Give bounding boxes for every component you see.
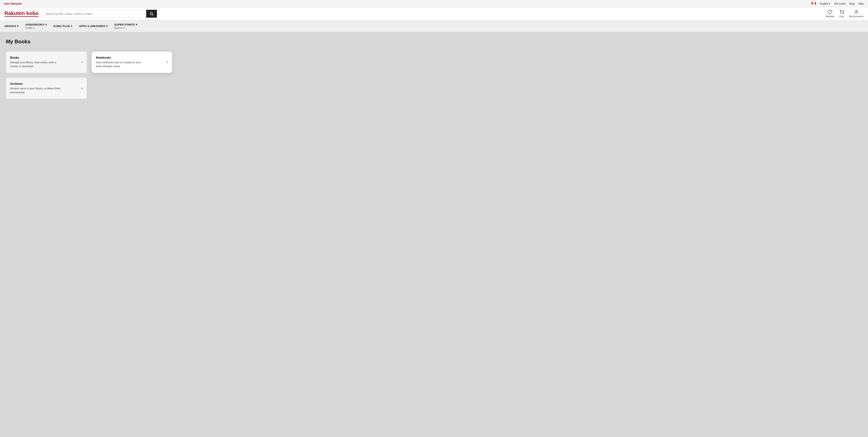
nav-koboplus-label: KOBO PLUS	[54, 24, 70, 28]
archives-card-desc: Restore items to your library, or delete…	[10, 87, 62, 94]
nav-apps-chevron: ▾	[106, 24, 108, 28]
account-chevron-icon: ▾	[862, 15, 864, 18]
nav-ebooks[interactable]: eBOOKS ▾	[4, 20, 22, 32]
books-card-desc: Manage your library, read online, write …	[10, 60, 62, 68]
cards-grid: Books Manage your library, read online, …	[6, 51, 173, 73]
svg-line-5	[152, 14, 153, 16]
earn-rewards-link[interactable]: Earn Rewards	[4, 2, 22, 5]
nav-superpoints[interactable]: SUPER POINTS ▾ Balance: 0	[111, 20, 141, 32]
nav-audiobooks-credits: Credits: 0	[25, 27, 35, 29]
notebooks-card-desc: View notebooks you've created on your Ko…	[96, 60, 148, 68]
nav-superpoints-balance: Balance: 0	[114, 27, 125, 29]
utility-bar-left: Earn Rewards	[4, 2, 22, 5]
archives-card-arrow	[82, 86, 83, 91]
search-icon	[150, 12, 154, 16]
cart-button[interactable]: Cart	[839, 10, 844, 18]
language-selector[interactable]: English ▾	[820, 2, 830, 5]
notebooks-card[interactable]: Notebooks View notebooks you've created …	[91, 51, 173, 73]
archives-card-text: Archives Restore items to your library, …	[10, 82, 62, 94]
logo-underline	[4, 16, 39, 17]
svg-rect-2	[815, 2, 816, 5]
nav-apps-label: APPS & eREADERS	[79, 24, 105, 28]
books-card-title: Books	[10, 56, 62, 59]
logo[interactable]: Rakuten kobo	[4, 11, 39, 17]
language-label: English	[820, 2, 828, 5]
notebooks-card-arrow	[167, 60, 168, 65]
header-actions: Wishlist Cart My Account ▾	[826, 10, 864, 18]
archives-card-title: Archives	[10, 82, 62, 86]
empty-cell	[91, 78, 173, 99]
logo-text: Rakuten kobo	[4, 11, 39, 16]
cart-icon	[839, 10, 844, 14]
cards-bottom: Archives Restore items to your library, …	[6, 78, 173, 99]
blog-link[interactable]: Blog	[849, 2, 855, 5]
gift-cards-link[interactable]: Gift Cards	[834, 2, 846, 5]
nav-ebooks-label: eBOOKS	[4, 24, 16, 28]
utility-bar-right: English ▾ Gift Cards Blog Help	[812, 2, 864, 5]
books-card-text: Books Manage your library, read online, …	[10, 56, 62, 68]
logo-rakuten: Rakuten	[4, 10, 26, 16]
svg-rect-0	[812, 2, 813, 5]
search-bar	[42, 10, 157, 18]
page-title: My Books	[6, 39, 862, 45]
canada-flag-icon	[812, 2, 816, 5]
heart-icon	[828, 10, 832, 14]
logo-kobo: kobo	[26, 10, 39, 16]
svg-point-6	[841, 14, 841, 14]
svg-point-8	[856, 10, 857, 12]
nav-apps[interactable]: APPS & eREADERS ▾	[76, 20, 111, 32]
search-button[interactable]	[146, 10, 157, 18]
utility-bar: Earn Rewards English ▾ Gift Cards Blog H…	[0, 0, 868, 7]
wishlist-button[interactable]: Wishlist	[826, 10, 834, 18]
nav-audiobooks-chevron: ▾	[45, 23, 47, 26]
svg-point-7	[843, 14, 843, 14]
nav-koboplus[interactable]: KOBO PLUS ▾	[50, 20, 76, 32]
notebooks-card-text: Notebooks View notebooks you've created …	[96, 56, 148, 68]
nav-superpoints-label: SUPER POINTS	[114, 23, 135, 26]
page-content: My Books Books Manage your library, read…	[0, 32, 868, 432]
account-icon	[854, 10, 859, 14]
language-chevron-icon: ▾	[829, 2, 830, 5]
books-card-arrow	[82, 60, 83, 65]
search-input[interactable]	[42, 10, 146, 18]
nav-audiobooks[interactable]: AUDIOBOOKS ▾ Credits: 0	[22, 20, 50, 32]
nav-koboplus-chevron: ▾	[71, 24, 72, 28]
archives-card[interactable]: Archives Restore items to your library, …	[6, 78, 87, 99]
books-card[interactable]: Books Manage your library, read online, …	[6, 51, 87, 73]
nav-audiobooks-label: AUDIOBOOKS	[25, 23, 44, 26]
notebooks-card-title: Notebooks	[96, 56, 148, 59]
account-button[interactable]: My Account ▾	[849, 10, 864, 18]
cart-label: Cart	[839, 15, 844, 18]
nav-ebooks-chevron: ▾	[17, 24, 19, 28]
help-link[interactable]: Help	[858, 2, 864, 5]
nav-bar: eBOOKS ▾ AUDIOBOOKS ▾ Credits: 0 KOBO PL…	[0, 20, 868, 32]
nav-superpoints-chevron: ▾	[136, 23, 137, 26]
main-header: Rakuten kobo Wishlist Cart	[0, 7, 868, 20]
account-label: My Account ▾	[849, 15, 864, 18]
wishlist-label: Wishlist	[826, 15, 834, 18]
